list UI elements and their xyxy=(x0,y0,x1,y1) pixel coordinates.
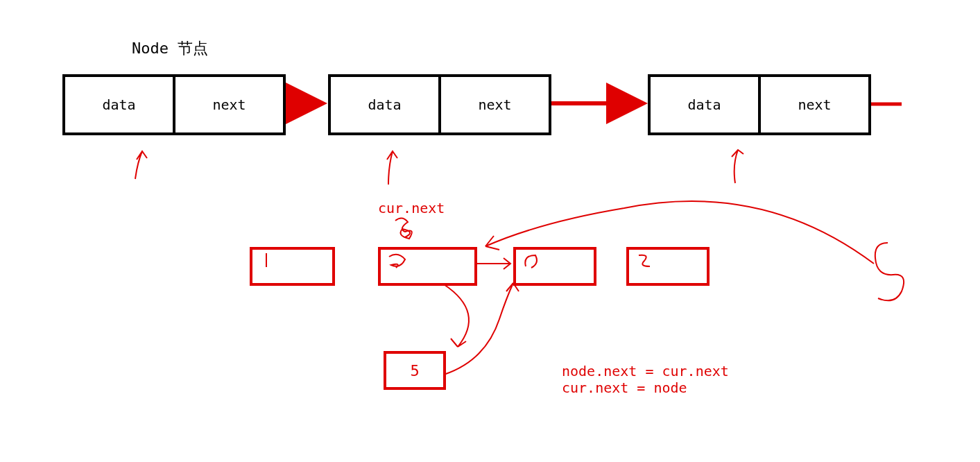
sketch-digit-5-right xyxy=(875,243,904,300)
sketch-curve-up-arrowhead xyxy=(506,283,519,291)
scribble-icon xyxy=(395,218,412,239)
sketch-arrow-under-node1 xyxy=(135,151,147,179)
sketch-arrow-under-node2 xyxy=(387,151,397,185)
diagram-svg-layer xyxy=(0,0,980,462)
sketch-curve-up xyxy=(444,283,513,375)
diagram-canvas: Node 节点 data next data next data next cu… xyxy=(0,0,980,462)
sketch-arrow-box2-to-box3 xyxy=(477,258,510,269)
sketch-curve-long xyxy=(485,201,874,264)
sketch-curve-down xyxy=(444,284,469,347)
sketch-arrow-under-node3 xyxy=(732,150,743,183)
